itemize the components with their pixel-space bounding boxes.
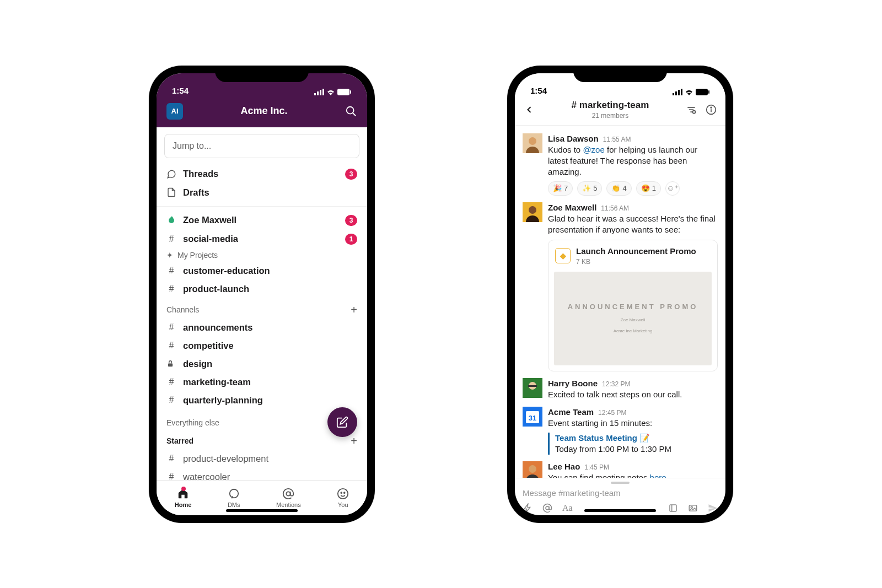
add-starred-button[interactable]: + bbox=[351, 435, 357, 447]
format-icon[interactable]: Aa bbox=[562, 503, 573, 513]
filter-icon[interactable] bbox=[686, 104, 697, 115]
mention[interactable]: @zoe bbox=[583, 145, 604, 154]
message-time: 1:45 PM bbox=[584, 463, 609, 472]
channel-label: social-media bbox=[183, 234, 338, 244]
back-button[interactable] bbox=[524, 104, 535, 115]
tab-home[interactable]: Home bbox=[175, 488, 192, 508]
lock-icon bbox=[166, 360, 176, 368]
section-label: Everything else bbox=[166, 418, 219, 427]
calendar-app-icon[interactable]: 31 bbox=[523, 407, 542, 427]
presence-active-icon bbox=[166, 215, 176, 225]
reaction[interactable]: ✨5 bbox=[577, 181, 602, 196]
workspace-title[interactable]: Acme Inc. bbox=[240, 105, 287, 117]
dm-zoe-maxwell[interactable]: Zoe Maxwell 3 bbox=[157, 211, 367, 230]
avatar[interactable] bbox=[523, 378, 542, 398]
channel-announcements[interactable]: #announcements bbox=[157, 319, 367, 337]
image-icon[interactable] bbox=[688, 503, 698, 513]
mention-icon[interactable] bbox=[542, 503, 552, 513]
message-time: 12:32 PM bbox=[602, 380, 630, 389]
tab-label: DMs bbox=[228, 501, 240, 508]
dm-label: Zoe Maxwell bbox=[183, 215, 338, 225]
actions-icon[interactable] bbox=[523, 503, 533, 513]
drafts-row[interactable]: Drafts bbox=[157, 184, 367, 202]
message-time: 11:56 AM bbox=[601, 204, 629, 213]
gdrive-icon: ◆ bbox=[555, 248, 571, 263]
message-harry-boone[interactable]: Harry Boone12:32 PM Excited to talk next… bbox=[515, 375, 725, 404]
tab-dms[interactable]: DMs bbox=[228, 488, 240, 508]
hash-icon: # bbox=[166, 454, 176, 463]
drag-handle-icon[interactable] bbox=[611, 482, 630, 484]
add-reaction-button[interactable]: ☺⁺ bbox=[665, 181, 680, 196]
threads-row[interactable]: Threads 3 bbox=[157, 165, 367, 184]
home-indicator[interactable] bbox=[226, 509, 298, 512]
section-my-projects[interactable]: ✦ My Projects bbox=[157, 249, 367, 262]
avatar[interactable] bbox=[523, 461, 542, 477]
channel-design[interactable]: design bbox=[157, 355, 367, 373]
event-title: Team Status Meeting 📝 bbox=[555, 433, 718, 444]
channel-product-development[interactable]: #product-development bbox=[157, 450, 367, 468]
channel-marketing-team[interactable]: #marketing-team bbox=[157, 373, 367, 391]
channel-competitive[interactable]: #competitive bbox=[157, 337, 367, 355]
channel-label: product-development bbox=[183, 454, 357, 464]
tab-mentions[interactable]: Mentions bbox=[276, 488, 301, 508]
svg-point-29 bbox=[529, 206, 536, 214]
section-channels[interactable]: Channels + bbox=[157, 298, 367, 319]
svg-rect-13 bbox=[673, 93, 674, 95]
search-icon[interactable] bbox=[345, 105, 357, 117]
message-zoe-maxwell[interactable]: Zoe Maxwell11:56 AM Glad to hear it was … bbox=[515, 199, 725, 375]
message-lisa-dawson[interactable]: Lisa Dawson11:55 AM Kudos to @zoe for he… bbox=[515, 130, 725, 199]
info-icon[interactable] bbox=[706, 104, 717, 115]
svg-point-27 bbox=[529, 137, 536, 145]
compose-fab[interactable] bbox=[327, 407, 357, 437]
file-attachment[interactable]: ◆ Launch Announcement Promo 7 KB ANNOUNC… bbox=[548, 240, 718, 371]
phone-channel-view: 1:54 # marketing-team 21 members bbox=[507, 66, 733, 523]
svg-rect-15 bbox=[678, 90, 680, 95]
svg-point-12 bbox=[344, 492, 345, 493]
link[interactable]: here bbox=[650, 473, 666, 477]
home-indicator[interactable] bbox=[584, 509, 656, 512]
reaction[interactable]: 😍1 bbox=[636, 181, 661, 196]
hash-icon: # bbox=[166, 341, 176, 350]
send-button[interactable] bbox=[708, 503, 718, 513]
message-text: You can find meeting notes here. bbox=[548, 472, 718, 477]
channel-label: announcements bbox=[183, 322, 357, 333]
preview-title: ANNOUNCEMENT PROMO bbox=[568, 302, 698, 312]
message-list[interactable]: Lisa Dawson11:55 AM Kudos to @zoe for he… bbox=[515, 126, 725, 478]
avatar[interactable] bbox=[523, 133, 542, 153]
wifi-icon bbox=[326, 89, 335, 95]
channel-customer-education[interactable]: # customer-education bbox=[157, 262, 367, 280]
reaction[interactable]: 👏4 bbox=[606, 181, 631, 196]
sidebar-list[interactable]: Jump to... Threads 3 Drafts Zoe Maxwell … bbox=[157, 127, 367, 480]
channel-label: watercooler bbox=[183, 472, 357, 480]
hash-icon: # bbox=[166, 266, 176, 276]
attach-icon[interactable] bbox=[668, 503, 678, 513]
workspace-switcher[interactable]: AI bbox=[166, 103, 183, 120]
svg-point-25 bbox=[711, 107, 712, 108]
preview-line: Zoe Maxwell bbox=[621, 317, 646, 323]
hash-icon: # bbox=[166, 322, 176, 332]
message-text: Event starting in 15 minutes: bbox=[548, 418, 718, 429]
channel-watercooler[interactable]: #watercooler bbox=[157, 468, 367, 480]
svg-rect-5 bbox=[350, 90, 351, 94]
add-channel-button[interactable]: + bbox=[351, 304, 357, 316]
svg-rect-3 bbox=[322, 89, 324, 95]
channel-social-media[interactable]: # social-media 1 bbox=[157, 230, 367, 249]
event-attachment[interactable]: Team Status Meeting 📝 Today from 1:00 PM… bbox=[548, 433, 718, 455]
channel-product-launch[interactable]: # product-launch bbox=[157, 280, 367, 298]
message-acme-team[interactable]: 31 Acme Team12:45 PM Event starting in 1… bbox=[515, 403, 725, 458]
reaction[interactable]: 🎉7 bbox=[548, 181, 573, 196]
divider bbox=[157, 206, 367, 207]
attachment-preview: ANNOUNCEMENT PROMO Zoe Maxwell Acme Inc … bbox=[554, 272, 712, 365]
message-input[interactable]: Message #marketing-team bbox=[523, 485, 718, 503]
threads-icon bbox=[166, 169, 176, 179]
svg-point-11 bbox=[341, 492, 342, 493]
avatar[interactable] bbox=[523, 202, 542, 222]
channel-quarterly-planning[interactable]: #quarterly-planning bbox=[157, 391, 367, 409]
message-lee-hao[interactable]: Lee Hao1:45 PM You can find meeting note… bbox=[515, 458, 725, 477]
sender-name: Lisa Dawson bbox=[548, 133, 599, 144]
svg-rect-17 bbox=[696, 89, 708, 95]
tab-you[interactable]: You bbox=[337, 488, 349, 508]
channel-title[interactable]: # marketing-team 21 members bbox=[572, 100, 649, 120]
sender-name: Acme Team bbox=[548, 407, 594, 418]
jump-to-input[interactable]: Jump to... bbox=[164, 134, 359, 158]
